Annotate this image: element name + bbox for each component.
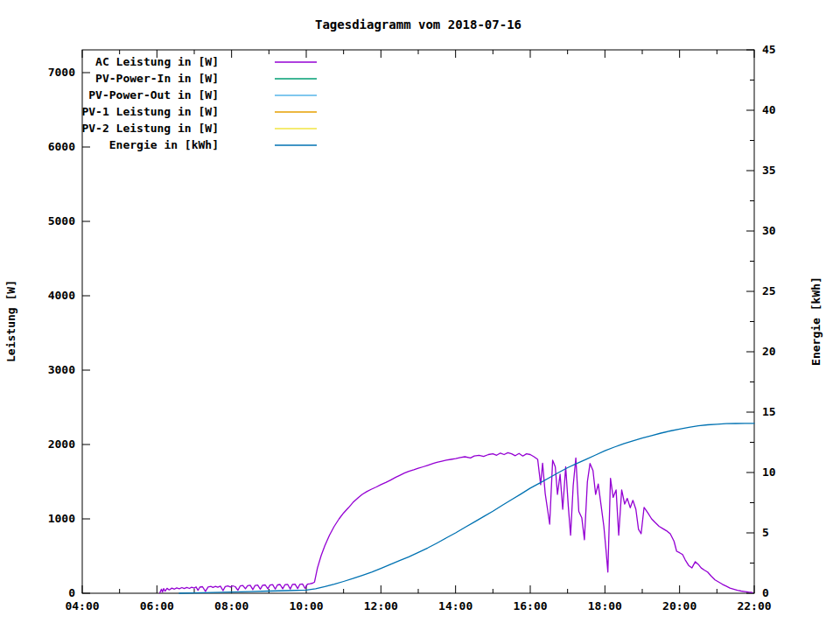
y-right-tick-label: 35 — [762, 164, 776, 177]
series-line-ac-leistung-in-w — [160, 452, 752, 592]
x-tick-label: 06:00 — [140, 599, 174, 612]
y-left-tick-label: 3000 — [48, 363, 75, 376]
y-left-axis-label: Leistung [W] — [4, 280, 18, 362]
y-right-tick-label: 10 — [762, 466, 776, 479]
y-right-tick-label: 0 — [762, 586, 769, 599]
y-left-tick-label: 5000 — [48, 214, 75, 228]
chart-canvas: Tagesdiagramm vom 2018-07-16 Leistung [W… — [0, 0, 840, 630]
x-tick-label: 12:00 — [364, 599, 398, 612]
legend-label: Energie in [kWh] — [109, 138, 219, 151]
x-tick-label: 16:00 — [513, 599, 547, 612]
legend-label: PV-Power-Out in [W] — [88, 88, 219, 102]
x-tick-label: 20:00 — [662, 599, 696, 612]
y-left-tick-label: 6000 — [48, 140, 75, 153]
y-right-tick-label: 25 — [762, 284, 776, 298]
y-right-tick-label: 45 — [762, 43, 776, 56]
y-left-tick-label: 7000 — [48, 66, 75, 79]
legend-label: PV-1 Leistung in [W] — [81, 105, 219, 118]
legend-label: AC Leistung in [W] — [95, 55, 219, 68]
x-tick-label: 04:00 — [65, 599, 99, 612]
legend-label: PV-2 Leistung in [W] — [81, 122, 219, 135]
x-tick-label: 08:00 — [214, 599, 248, 612]
legend-label: PV-Power-In in [W] — [95, 72, 219, 85]
y-left-tick-label: 4000 — [48, 289, 75, 302]
y-right-tick-label: 15 — [762, 405, 776, 418]
y-right-tick-label: 5 — [762, 526, 769, 539]
x-tick-label: 14:00 — [438, 599, 472, 612]
x-tick-label: 10:00 — [289, 599, 323, 612]
y-left-tick-label: 1000 — [48, 512, 75, 525]
y-right-axis-label: Energie [kWh] — [809, 276, 822, 366]
y-left-tick-label: 2000 — [48, 438, 75, 451]
y-right-tick-label: 30 — [762, 224, 776, 237]
plot-layer: 04:0006:0008:0010:0012:0014:0016:0018:00… — [48, 43, 776, 612]
y-right-tick-label: 40 — [762, 103, 776, 116]
y-right-tick-label: 20 — [762, 345, 776, 358]
x-tick-label: 22:00 — [737, 599, 771, 612]
y-left-tick-label: 0 — [68, 586, 75, 599]
tagesdiagramm-chart: Tagesdiagramm vom 2018-07-16 Leistung [W… — [0, 0, 840, 630]
x-tick-label: 18:00 — [588, 599, 622, 612]
chart-title: Tagesdiagramm vom 2018-07-16 — [315, 18, 522, 32]
series-line-energie-in-kwh — [179, 424, 754, 593]
